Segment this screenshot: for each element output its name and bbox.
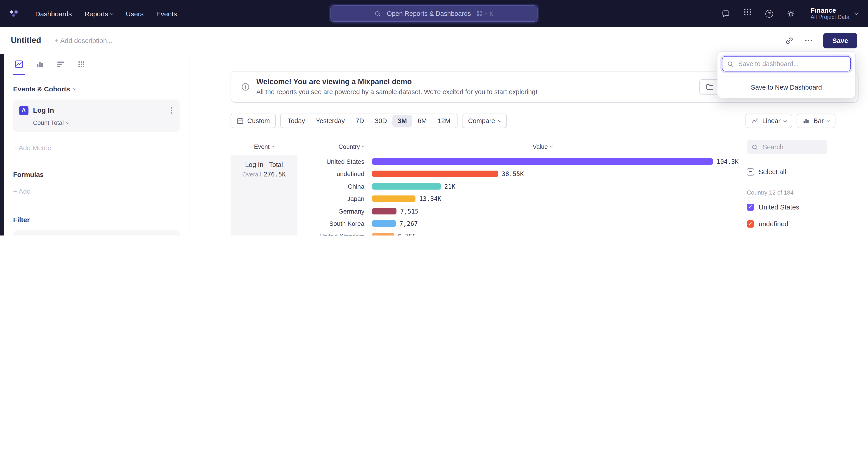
value-bar[interactable] [372, 171, 498, 177]
series-name: Log In - Total [230, 161, 298, 168]
nav-right-cluster: ? Finance All Project Data [721, 6, 858, 21]
help-icon[interactable]: ? [765, 8, 774, 19]
apps-grid-icon[interactable] [743, 8, 753, 19]
bar-track: 21K [372, 183, 455, 190]
country-label: South Korea [298, 220, 364, 227]
sort-chevron-icon [550, 144, 553, 147]
chart-row-china: China21K [298, 180, 745, 193]
legend-item-united-states[interactable]: ✓United States [745, 199, 827, 215]
chart-row-south-korea: South Korea7,267 [298, 217, 745, 230]
search-icon [727, 60, 734, 67]
bar-track: 7,267 [372, 220, 418, 227]
feedback-icon[interactable] [721, 8, 731, 19]
value-bar[interactable] [372, 208, 397, 214]
metric-card[interactable]: A Log In Count Total [13, 99, 180, 132]
chart-rows: United States104.3Kundefined38.55KChina2… [298, 155, 745, 235]
search-icon [375, 10, 381, 17]
range-3m[interactable]: 3M [393, 115, 412, 127]
mixpanel-logo-icon[interactable] [10, 10, 20, 17]
keyboard-shortcut: ⌘ + K [476, 10, 493, 17]
indeterminate-checkbox[interactable] [747, 168, 754, 175]
value-bar[interactable] [372, 183, 441, 189]
report-header: Untitled + Add description... Save [0, 27, 868, 54]
checkbox-checked[interactable]: ✓ [747, 220, 754, 227]
nav-item-reports[interactable]: Reports [85, 10, 113, 18]
range-7d[interactable]: 7D [350, 115, 369, 127]
event-series-cell[interactable]: Log In - Total Overall 276.5K [230, 155, 298, 235]
checkbox-checked[interactable]: ✓ [747, 203, 754, 211]
value-bar[interactable] [372, 158, 713, 165]
events-section-header[interactable]: Events & Cohorts [13, 85, 180, 93]
save-button[interactable]: Save [823, 33, 857, 48]
chevron-down-icon [498, 119, 501, 122]
sort-chevron-icon [362, 144, 365, 147]
metric-kebab-menu[interactable] [169, 106, 174, 115]
segments-search-box[interactable] [747, 140, 827, 154]
project-switcher[interactable]: Finance All Project Data [811, 6, 858, 21]
tab-funnel-chart[interactable] [50, 54, 71, 75]
calendar-icon [237, 117, 244, 124]
custom-date-button[interactable]: Custom [230, 114, 276, 128]
add-description-field[interactable]: + Add description... [55, 37, 113, 45]
column-header-event[interactable]: Event [230, 143, 298, 150]
add-formula-button[interactable]: + Add [13, 187, 180, 195]
save-dashboard-search-box[interactable] [722, 56, 851, 71]
chevron-down-icon [66, 120, 70, 124]
legend-label: undefined [758, 220, 788, 228]
banner-title: Welcome! You are viewing a Mixpanel demo [256, 78, 537, 87]
more-options-button[interactable] [803, 38, 814, 43]
report-title[interactable]: Untitled [11, 36, 41, 45]
chart-header-row: Event Country Value [230, 140, 745, 153]
add-metric-button[interactable]: + Add Metric [13, 144, 180, 152]
country-label: Germany [298, 208, 364, 215]
range-6m[interactable]: 6M [412, 115, 432, 127]
tab-line-chart[interactable] [8, 54, 29, 75]
nav-item-label: Dashboards [35, 10, 72, 18]
save-dashboard-search-input[interactable] [737, 60, 846, 68]
select-all-row[interactable]: Select all [747, 168, 827, 176]
chart-type-tabs [4, 54, 189, 75]
segments-panel: Select all Country 12 of 184 ✓United Sta… [745, 140, 868, 235]
range-today[interactable]: Today [282, 115, 310, 127]
value-label: 7,515 [400, 208, 418, 215]
country-label: China [298, 183, 364, 190]
chevron-down-icon [111, 11, 114, 15]
save-to-new-dashboard-option[interactable]: Save to New Dashboard [717, 76, 855, 98]
column-header-country[interactable]: Country [298, 143, 364, 150]
segments-search-input[interactable] [762, 143, 823, 151]
gear-icon[interactable] [786, 8, 796, 19]
nav-menu: DashboardsReportsUsersEvents [35, 10, 177, 18]
global-search-button[interactable]: Open Reports & Dashboards ⌘ + K [331, 5, 537, 22]
scatter-chart-icon [77, 60, 86, 69]
chart-type-selector[interactable]: Bar [797, 114, 835, 128]
value-bar[interactable] [372, 196, 416, 202]
metric-letter-badge: A [19, 106, 29, 115]
range-30d[interactable]: 30D [369, 115, 392, 127]
country-label: United Kingdom [298, 233, 364, 236]
column-header-value[interactable]: Value [372, 143, 713, 150]
tab-scatter-chart[interactable] [71, 54, 92, 75]
chart-row-germany: Germany7,515 [298, 205, 745, 217]
range-12m[interactable]: 12M [432, 115, 456, 127]
legend-item-china[interactable]: ✓China [745, 232, 827, 235]
country-label: undefined [298, 170, 364, 178]
nav-item-users[interactable]: Users [126, 10, 144, 18]
aggregation-selector[interactable]: Count Total [33, 119, 174, 126]
range-yesterday[interactable]: Yesterday [310, 115, 350, 127]
bar-chart-icon [803, 117, 810, 124]
window-edge [0, 54, 4, 235]
legend-item-undefined[interactable]: ✓undefined [745, 215, 827, 232]
value-scale-selector[interactable]: Linear [745, 114, 792, 128]
value-bar[interactable] [372, 220, 396, 227]
banner-subtitle: All the reports you see are powered by a… [256, 88, 537, 96]
country-legend-list: ✓United States✓undefined✓China✓Japan✓Ger… [747, 199, 827, 235]
tab-bar-chart[interactable] [29, 54, 50, 75]
filter-card[interactable]: Aa Login Method = Manual Password [13, 230, 180, 235]
copy-link-icon[interactable] [785, 36, 794, 45]
chevron-down-icon [784, 119, 787, 122]
value-bar[interactable] [372, 233, 394, 236]
metric-name[interactable]: Log In [33, 106, 54, 115]
compare-button[interactable]: Compare [462, 114, 507, 128]
nav-item-events[interactable]: Events [156, 10, 177, 18]
nav-item-dashboards[interactable]: Dashboards [35, 10, 72, 18]
